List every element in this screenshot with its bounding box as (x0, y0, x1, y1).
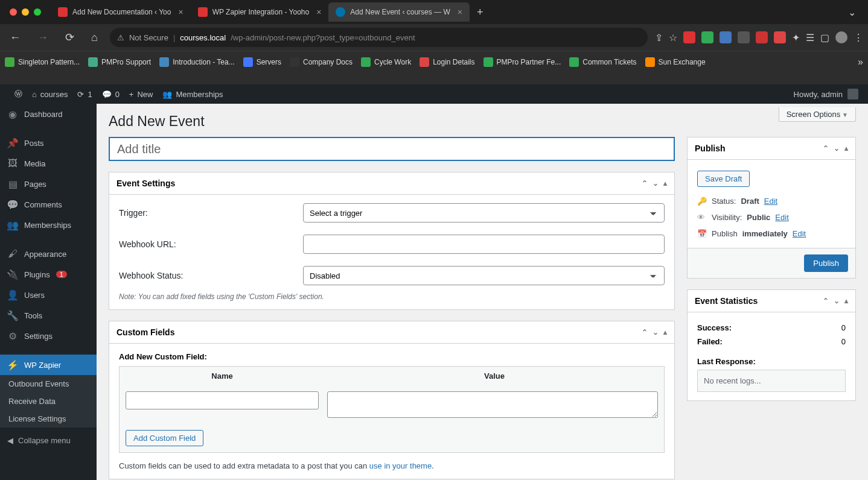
sidebar-item-comments[interactable]: 💬Comments (0, 194, 97, 215)
move-down-icon[interactable]: ⌄ (653, 328, 659, 336)
zap-icon: ⚡ (7, 359, 18, 370)
bookmark-item[interactable]: Login Details (420, 57, 474, 67)
move-down-icon[interactable]: ⌄ (834, 297, 840, 305)
bookmarks-overflow-icon[interactable]: » (858, 57, 863, 68)
sidebar-item-posts[interactable]: 📌Posts (0, 133, 97, 153)
sidebar-item-plugins[interactable]: 🔌Plugins1 (0, 264, 97, 285)
bookmark-item[interactable]: Cycle Work (361, 57, 411, 67)
sidebar-item-users[interactable]: 👤Users (0, 285, 97, 305)
toggle-icon[interactable]: ▴ (663, 328, 667, 336)
webhook-status-select[interactable]: Disabled (303, 266, 665, 285)
bookmark-item[interactable]: PMPro Support (88, 57, 151, 67)
publish-button[interactable]: Publish (804, 254, 848, 272)
extension-icon[interactable] (720, 31, 732, 43)
close-window-button[interactable] (10, 8, 17, 16)
edit-schedule-link[interactable]: Edit (793, 229, 806, 238)
submenu-receive-data[interactable]: Receive Data (0, 393, 97, 410)
move-up-icon[interactable]: ⌃ (823, 144, 829, 153)
maximize-window-button[interactable] (34, 8, 41, 16)
sidebar-item-settings[interactable]: ⚙Settings (0, 326, 97, 346)
extension-icon[interactable] (774, 31, 786, 43)
collapse-icon: ◀ (7, 436, 13, 445)
edit-status-link[interactable]: Edit (764, 197, 777, 206)
bookmark-item[interactable]: Common Tickets (569, 57, 636, 67)
sidebar-item-pages[interactable]: ▤Pages (0, 174, 97, 194)
reload-button[interactable]: ⟳ (60, 28, 79, 46)
sidebar-item-tools[interactable]: 🔧Tools (0, 305, 97, 326)
cf-value-header: Value (325, 367, 664, 385)
bookmark-item[interactable]: Singleton Pattern... (5, 57, 80, 67)
panel-icon[interactable]: ▢ (820, 32, 829, 43)
reading-list-icon[interactable]: ☰ (806, 32, 814, 43)
sidebar-item-media[interactable]: 🖼Media (0, 153, 97, 174)
extension-icon[interactable] (683, 31, 695, 43)
extension-icon[interactable] (738, 31, 750, 43)
extension-icon[interactable] (756, 31, 768, 43)
users-icon: 👥 (7, 219, 18, 230)
updates-button[interactable]: ⟳1 (72, 84, 97, 104)
failed-value: 0 (841, 337, 846, 346)
url-bar[interactable]: ⚠ Not Secure | courses.local/wp-admin/po… (110, 28, 648, 47)
toggle-icon[interactable]: ▴ (844, 297, 848, 305)
screen-options-button[interactable]: Screen Options (779, 107, 856, 122)
extensions-icon[interactable]: ✦ (792, 32, 800, 43)
new-tab-button[interactable]: + (470, 6, 491, 19)
submenu-license-settings[interactable]: License Settings (0, 410, 97, 428)
browser-tab-0[interactable]: Add New Documentation ‹ Yoo × (51, 2, 191, 22)
save-draft-button[interactable]: Save Draft (697, 171, 750, 187)
minimize-window-button[interactable] (22, 8, 29, 16)
sidebar-item-appearance[interactable]: 🖌Appearance (0, 244, 97, 264)
cf-value-input[interactable] (327, 391, 658, 418)
browser-tab-2[interactable]: Add New Event ‹ courses — W × (328, 2, 470, 22)
cf-name-input[interactable] (126, 391, 319, 409)
site-name-button[interactable]: ⌂courses (27, 84, 72, 104)
webhook-url-input[interactable] (303, 235, 665, 254)
sidebar-item-memberships[interactable]: 👥Memberships (0, 215, 97, 235)
success-label: Success: (697, 323, 732, 332)
theme-docs-link[interactable]: use in your theme (369, 461, 432, 470)
new-content-button[interactable]: +New (124, 84, 158, 104)
failed-label: Failed: (697, 337, 723, 346)
trigger-select[interactable]: Select a trigger (303, 203, 665, 223)
menu-icon[interactable]: ⋮ (854, 32, 863, 43)
share-icon[interactable]: ⇪ (655, 32, 663, 43)
close-tab-icon[interactable]: × (316, 7, 321, 17)
bookmark-item[interactable]: Introduction - Tea... (159, 57, 235, 67)
forward-button[interactable]: → (33, 29, 53, 46)
bookmark-item[interactable]: Servers (243, 57, 281, 67)
bookmark-item[interactable]: Company Docs (290, 57, 353, 67)
move-down-icon[interactable]: ⌄ (834, 144, 840, 153)
comments-button[interactable]: 💬0 (97, 84, 124, 104)
wp-logo-button[interactable]: ⓦ (10, 84, 27, 104)
plus-icon: + (129, 90, 134, 99)
back-button[interactable]: ← (5, 29, 25, 46)
move-up-icon[interactable]: ⌃ (642, 179, 648, 188)
add-custom-field-button[interactable]: Add Custom Field (126, 430, 203, 446)
star-icon[interactable]: ☆ (669, 32, 677, 43)
user-menu[interactable]: Howdy, admin (794, 89, 858, 99)
edit-visibility-link[interactable]: Edit (775, 213, 788, 222)
post-title-input[interactable] (109, 137, 675, 161)
move-down-icon[interactable]: ⌄ (653, 179, 659, 188)
bookmark-item[interactable]: PMPro Partner Fe... (483, 57, 561, 67)
trigger-label: Trigger: (119, 208, 303, 218)
close-tab-icon[interactable]: × (458, 7, 462, 17)
sidebar-item-wp-zapier[interactable]: ⚡WP Zapier (0, 355, 97, 375)
collapse-menu-button[interactable]: ◀Collapse menu (0, 431, 97, 450)
home-button[interactable]: ⌂ (86, 29, 103, 46)
tabs-overflow-icon[interactable]: ⌄ (841, 7, 863, 18)
submenu-outbound-events[interactable]: Outbound Events (0, 375, 97, 393)
move-up-icon[interactable]: ⌃ (823, 297, 829, 305)
toggle-icon[interactable]: ▴ (844, 144, 848, 153)
extension-icon[interactable] (701, 31, 713, 43)
browser-tab-1[interactable]: WP Zapier Integration - Yooho × (191, 2, 329, 22)
bookmarks-bar: Singleton Pattern... PMPro Support Intro… (0, 51, 868, 72)
sidebar-item-dashboard[interactable]: ◉Dashboard (0, 104, 97, 124)
event-settings-box: Event Settings ⌃ ⌄ ▴ Trigger: Select a t… (109, 172, 675, 310)
close-tab-icon[interactable]: × (178, 7, 183, 17)
memberships-button[interactable]: 👥Memberships (158, 84, 228, 104)
toggle-icon[interactable]: ▴ (663, 179, 667, 188)
bookmark-item[interactable]: Sun Exchange (645, 57, 706, 67)
move-up-icon[interactable]: ⌃ (642, 328, 648, 336)
profile-avatar[interactable] (835, 31, 847, 43)
